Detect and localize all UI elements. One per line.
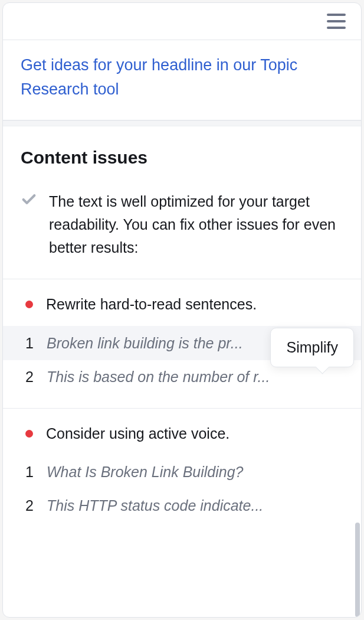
topbar: [3, 3, 361, 40]
topic-research-link[interactable]: Get ideas for your headline in our Topic…: [21, 56, 297, 98]
headline-link-section: Get ideas for your headline in our Topic…: [3, 40, 361, 120]
menu-icon[interactable]: [327, 14, 346, 29]
issue-item[interactable]: 1 What Is Broken Link Building?: [3, 455, 361, 489]
item-text: This HTTP status code indicate...: [47, 497, 339, 514]
simplify-tooltip: Simplify: [270, 328, 354, 367]
issue-header[interactable]: Rewrite hard-to-read sentences.: [21, 296, 343, 326]
intro-row: The text is well optimized for your targ…: [21, 190, 343, 279]
issue-group: Consider using active voice. 1 What Is B…: [21, 409, 343, 537]
item-number: 1: [25, 464, 37, 481]
issue-title: Rewrite hard-to-read sentences.: [46, 296, 343, 313]
issue-dot-icon: [25, 301, 33, 308]
intro-text: The text is well optimized for your targ…: [49, 190, 343, 259]
sidebar-panel: Get ideas for your headline in our Topic…: [2, 2, 362, 618]
item-number: 2: [25, 497, 37, 514]
item-text: This is based on the number of r...: [47, 368, 339, 386]
issue-item[interactable]: 2 This HTTP status code indicate...: [3, 489, 361, 523]
issue-title: Consider using active voice.: [46, 425, 343, 442]
issue-header[interactable]: Consider using active voice.: [21, 425, 343, 455]
scrollbar[interactable]: [355, 523, 360, 617]
item-text: What Is Broken Link Building?: [47, 464, 339, 481]
issue-dot-icon: [25, 430, 33, 438]
section-gap: [3, 120, 361, 126]
item-number: 2: [25, 368, 37, 386]
section-title: Content issues: [21, 148, 343, 168]
item-number: 1: [25, 335, 37, 352]
check-icon: [21, 191, 37, 208]
